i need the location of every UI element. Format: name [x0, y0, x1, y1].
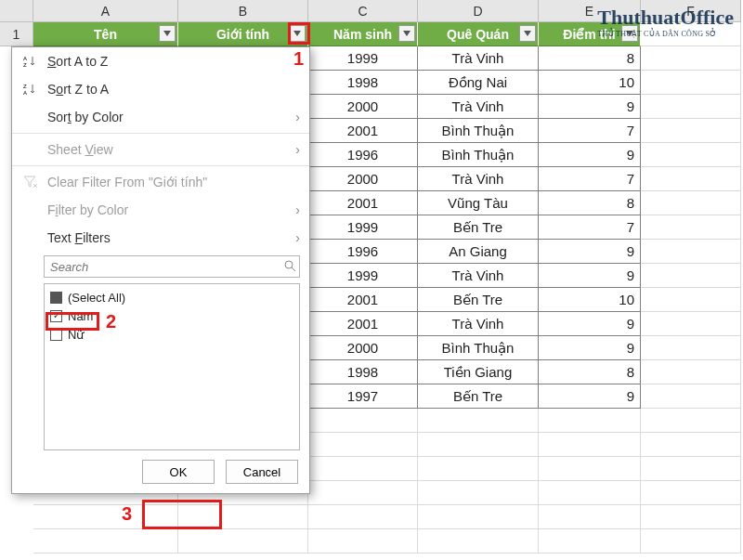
- cell-year[interactable]: 1996: [308, 240, 418, 264]
- svg-point-4: [285, 261, 293, 268]
- cell-province[interactable]: Trà Vinh: [418, 167, 539, 191]
- cell-score[interactable]: 8: [539, 46, 641, 71]
- filter-search-input[interactable]: [44, 255, 300, 278]
- cell-score[interactable]: 10: [539, 71, 641, 95]
- chevron-right-icon: ›: [295, 110, 300, 124]
- cell-province[interactable]: Bến Tre: [418, 215, 539, 240]
- cell-province[interactable]: Vũng Tàu: [418, 191, 539, 215]
- filter-button-C[interactable]: [398, 25, 415, 42]
- sort-az-icon: AZ: [20, 52, 42, 71]
- svg-text:Z: Z: [23, 84, 27, 89]
- funnel-clear-icon: [20, 173, 42, 191]
- svg-text:A: A: [23, 56, 27, 61]
- cell-province[interactable]: Trà Vinh: [418, 95, 539, 119]
- checkbox-mixed-icon: [50, 292, 62, 304]
- text-filters-label: Text Filters: [47, 230, 111, 245]
- cancel-button[interactable]: Cancel: [226, 460, 298, 484]
- option2-label: Nữ: [68, 328, 84, 342]
- filter-buttons: OK Cancel: [12, 450, 309, 484]
- cell-year[interactable]: 2001: [308, 312, 418, 336]
- cell-province[interactable]: Bến Tre: [418, 288, 539, 312]
- filter-option-nam[interactable]: Nam: [50, 306, 293, 325]
- cell-province[interactable]: Trà Vinh: [418, 46, 539, 71]
- search-icon: [283, 259, 296, 275]
- filter-search: [44, 255, 300, 278]
- cell-year[interactable]: 2000: [308, 167, 418, 191]
- cell-score[interactable]: 7: [539, 215, 641, 240]
- cell-year[interactable]: 1999: [308, 46, 418, 71]
- cell-score[interactable]: 9: [539, 95, 641, 119]
- cell-province[interactable]: Đồng Nai: [418, 71, 539, 95]
- sort-za-icon: ZA: [20, 80, 42, 98]
- filter-button-A[interactable]: [159, 25, 176, 42]
- cell-score[interactable]: 9: [539, 384, 641, 409]
- column-header-D[interactable]: D: [418, 0, 539, 22]
- cell-province[interactable]: Bình Thuận: [418, 143, 539, 167]
- sort-za[interactable]: ZA Sort Z to A: [12, 75, 309, 103]
- cell-year[interactable]: 2001: [308, 288, 418, 312]
- cell-score[interactable]: 10: [539, 288, 641, 312]
- column-header-E[interactable]: E: [539, 0, 641, 22]
- blank-icon: [20, 201, 42, 219]
- sort-by-color-label: Sort by Color: [47, 110, 124, 124]
- table-header-B: Giới tính: [216, 27, 269, 42]
- table-header-A: Tên: [94, 27, 117, 42]
- cell-province[interactable]: Trà Vinh: [418, 312, 539, 336]
- sheet-view-label: Sheet View: [47, 142, 113, 157]
- cell-province[interactable]: Trà Vinh: [418, 264, 539, 288]
- filter-by-color-label: Filter by Color: [47, 202, 128, 217]
- select-all-corner[interactable]: [0, 0, 33, 22]
- cell-province[interactable]: Bến Tre: [418, 384, 539, 409]
- cell-score[interactable]: 9: [539, 336, 641, 360]
- sheet-view: Sheet View ›: [12, 136, 309, 163]
- cell-year[interactable]: 1997: [308, 384, 418, 409]
- cell-year[interactable]: 1996: [308, 143, 418, 167]
- cell-score[interactable]: 9: [539, 312, 641, 336]
- column-header-F[interactable]: F: [641, 0, 741, 22]
- cell-score[interactable]: 8: [539, 360, 641, 384]
- filter-option-select-all[interactable]: (Select All): [50, 288, 293, 306]
- chevron-right-icon: ›: [295, 142, 300, 157]
- table-header-D: Quê Quán: [447, 27, 509, 42]
- filter-button-E[interactable]: [621, 25, 638, 42]
- filter-button-B[interactable]: [289, 25, 306, 42]
- cell-province[interactable]: Tiền Giang: [418, 360, 539, 384]
- cell-year[interactable]: 1998: [308, 71, 418, 95]
- cell-year[interactable]: 2001: [308, 191, 418, 215]
- sort-by-color[interactable]: Sort by Color ›: [12, 103, 309, 131]
- text-filters[interactable]: Text Filters ›: [12, 224, 309, 252]
- cell-year[interactable]: 1999: [308, 215, 418, 240]
- option1-label: Nam: [68, 309, 93, 323]
- cell-year[interactable]: 1999: [308, 264, 418, 288]
- blank-icon: [20, 140, 42, 159]
- select-all-label: (Select All): [68, 291, 125, 305]
- sort-za-label: Sort Z to A: [47, 82, 109, 97]
- row-header-1[interactable]: 1: [0, 22, 33, 46]
- filter-button-D[interactable]: [519, 25, 536, 42]
- cell-province[interactable]: Bình Thuận: [418, 119, 539, 143]
- cell-province[interactable]: An Giang: [418, 240, 539, 264]
- sort-az[interactable]: AZ Sort A to Z: [12, 47, 309, 75]
- cell-year[interactable]: 1998: [308, 360, 418, 384]
- cell-province[interactable]: Bình Thuận: [418, 336, 539, 360]
- cell-year[interactable]: 2000: [308, 336, 418, 360]
- filter-option-nu[interactable]: Nữ: [50, 325, 293, 344]
- sort-az-label: Sort A to Z: [47, 54, 108, 69]
- cell-score[interactable]: 9: [539, 264, 641, 288]
- ok-button[interactable]: OK: [142, 460, 215, 484]
- table-header-E: Điểm thi: [563, 27, 615, 42]
- column-header-A[interactable]: A: [33, 0, 178, 22]
- filter-by-color: Filter by Color ›: [12, 196, 309, 224]
- cell-score[interactable]: 7: [539, 119, 641, 143]
- cell-score[interactable]: 8: [539, 191, 641, 215]
- cell-year[interactable]: 2001: [308, 119, 418, 143]
- checkbox-unchecked-icon: [50, 329, 62, 341]
- clear-filter: Clear Filter From "Giới tính": [12, 168, 309, 196]
- cell-score[interactable]: 7: [539, 167, 641, 191]
- cell-year[interactable]: 2000: [308, 95, 418, 119]
- cell-score[interactable]: 9: [539, 240, 641, 264]
- cell-score[interactable]: 9: [539, 143, 641, 167]
- column-header-C[interactable]: C: [308, 0, 418, 22]
- blank-icon: [20, 228, 42, 247]
- column-header-B[interactable]: B: [178, 0, 308, 22]
